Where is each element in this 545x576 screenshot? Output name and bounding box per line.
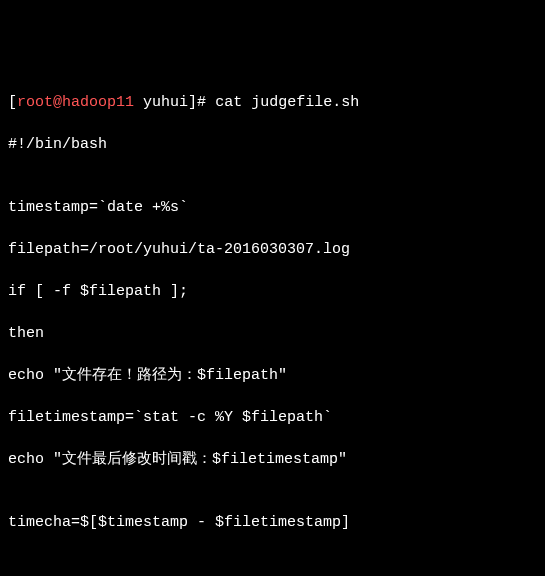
script-line: then <box>8 323 537 344</box>
prompt-path: yuhui <box>143 94 188 111</box>
script-line: timecha=$[$timestamp - $filetimestamp] <box>8 512 537 533</box>
script-line: if [ -f $filepath ]; <box>8 281 537 302</box>
prompt-line-1: [root@hadoop11 yuhui]# cat judgefile.sh <box>8 92 537 113</box>
script-line: timestamp=`date +%s` <box>8 197 537 218</box>
prompt-hash: # <box>197 94 206 111</box>
script-line: filetimestamp=`stat -c %Y $filepath` <box>8 407 537 428</box>
bracket-close: ] <box>188 94 197 111</box>
script-line: echo "文件存在！路径为：$filepath" <box>8 365 537 386</box>
script-line: #!/bin/bash <box>8 134 537 155</box>
script-line: filepath=/root/yuhui/ta-2016030307.log <box>8 239 537 260</box>
prompt-host: hadoop11 <box>62 94 134 111</box>
bracket-open: [ <box>8 94 17 111</box>
prompt-user: root <box>17 94 53 111</box>
prompt-at: @ <box>53 94 62 111</box>
command-cat: cat judgefile.sh <box>215 94 359 111</box>
script-line: echo "文件最后修改时间戳：$filetimestamp" <box>8 449 537 470</box>
